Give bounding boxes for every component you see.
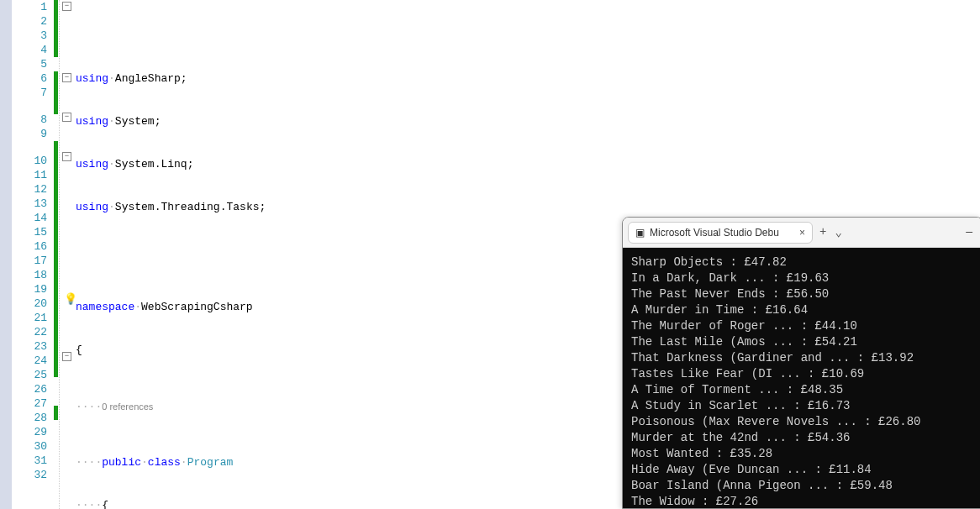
line-number-gutter: 1234 567 89 10111213 14151617 18192021 2… xyxy=(12,0,54,509)
console-tab[interactable]: ▣ Microsoft Visual Studio Debu × xyxy=(628,222,813,244)
keyword-using: using xyxy=(76,72,108,85)
minimize-icon[interactable]: — xyxy=(966,226,972,239)
fold-icon[interactable]: − xyxy=(62,73,71,82)
console-titlebar[interactable]: ▣ Microsoft Visual Studio Debu × + ⌄ — xyxy=(623,218,980,248)
terminal-icon: ▣ xyxy=(635,227,645,239)
console-tab-title: Microsoft Visual Studio Debu xyxy=(650,227,779,239)
fold-icon[interactable]: − xyxy=(62,2,71,11)
tab-menu-chevron-icon[interactable]: ⌄ xyxy=(835,225,841,239)
console-output[interactable]: Sharp Objects : £47.82 In a Dark, Dark .… xyxy=(623,248,980,508)
lightbulb-icon[interactable]: 💡 xyxy=(64,292,76,304)
debug-console-window[interactable]: ▣ Microsoft Visual Studio Debu × + ⌄ — S… xyxy=(622,217,980,509)
close-tab-icon[interactable]: × xyxy=(799,227,805,239)
new-tab-icon[interactable]: + xyxy=(819,225,826,239)
fold-icon[interactable]: − xyxy=(62,113,71,122)
fold-icon[interactable]: − xyxy=(62,352,71,361)
left-margin xyxy=(0,0,12,509)
fold-icon[interactable]: − xyxy=(62,152,71,161)
fold-column: − − − − − xyxy=(59,0,76,509)
codelens-references[interactable]: 0 references xyxy=(102,401,153,412)
